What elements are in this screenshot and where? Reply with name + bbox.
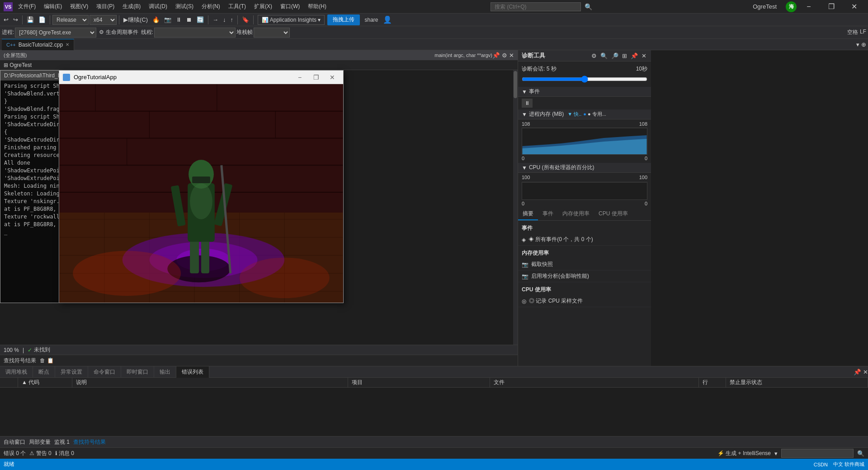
app-insights-button[interactable]: 📊 Application Insights ▾ bbox=[258, 15, 325, 25]
bottom-tab-immediate[interactable]: 即时窗口 bbox=[121, 366, 154, 378]
process-dropdown[interactable]: [27680] OgreTest.exe bbox=[15, 28, 96, 38]
ogre-close[interactable]: ✕ bbox=[325, 72, 340, 82]
bookmark-button[interactable]: 🔖 bbox=[240, 15, 251, 25]
menu-project[interactable]: 项目(P) bbox=[93, 2, 118, 11]
bottom-tab-output[interactable]: 输出 bbox=[154, 366, 176, 378]
step-out-button[interactable]: ↑ bbox=[229, 15, 236, 25]
search-filter-icon[interactable]: 🔍 bbox=[857, 450, 864, 457]
diag-zoom-button[interactable]: 🔍 bbox=[599, 52, 609, 60]
close-all-button[interactable]: ⊕ bbox=[861, 41, 866, 48]
diag-session-slider[interactable] bbox=[522, 76, 647, 83]
events-content: ⏸ bbox=[518, 97, 651, 109]
step-over-button[interactable]: → bbox=[211, 15, 220, 25]
pin-button[interactable]: 📌 bbox=[492, 52, 500, 59]
ogre-restore[interactable]: ❐ bbox=[309, 72, 323, 82]
search-clear-button[interactable]: 🗑 bbox=[40, 357, 45, 364]
menu-window[interactable]: 窗口(W) bbox=[277, 2, 303, 11]
search-filter-input[interactable] bbox=[781, 449, 854, 458]
menu-test[interactable]: 测试(S) bbox=[172, 2, 197, 11]
diag-zoom-out-button[interactable]: 🔎 bbox=[610, 52, 619, 60]
menu-build[interactable]: 生成(B) bbox=[119, 2, 144, 11]
step-button[interactable]: ⏸ bbox=[174, 15, 184, 25]
menu-view[interactable]: 视图(V) bbox=[66, 2, 92, 11]
redo-button[interactable]: ↪ bbox=[11, 15, 20, 25]
menu-extensions[interactable]: 扩展(X) bbox=[250, 2, 276, 11]
diagnostics-tabs: 摘要 事件 内存使用率 CPU 使用率 bbox=[518, 208, 651, 221]
thread-dropdown[interactable] bbox=[154, 28, 236, 38]
bottom-tab-breakpoints[interactable]: 断点 bbox=[33, 366, 55, 378]
menu-analyze[interactable]: 分析(N) bbox=[198, 2, 224, 11]
diag-tab-cpu[interactable]: CPU 使用率 bbox=[594, 208, 632, 220]
upload-button[interactable]: 拖拽上传 bbox=[327, 14, 360, 25]
stop-button[interactable]: ⏹ bbox=[184, 15, 194, 25]
heap-item[interactable]: 📷 启用堆分析(会影响性能) bbox=[518, 271, 651, 282]
platform-dropdown[interactable]: x64 bbox=[90, 15, 117, 25]
ogre-canvas[interactable] bbox=[59, 84, 343, 303]
account-icon[interactable]: 👤 bbox=[383, 15, 392, 24]
search-copy-button[interactable]: 📋 bbox=[47, 357, 54, 364]
lf-label: LF bbox=[860, 28, 866, 36]
editor-body[interactable]: 211 212 213 214 215 216 217 ⊟218 { 219 2… bbox=[0, 70, 518, 345]
continue-button[interactable]: ▶ 继续(C) bbox=[122, 15, 150, 25]
ogre-minimize[interactable]: − bbox=[292, 72, 307, 82]
close-editor-button[interactable]: ✕ bbox=[509, 52, 514, 59]
memory-fast-label: ▼ 快.. bbox=[567, 111, 581, 118]
lifecycle-button[interactable]: ⚙ 生命周期事件 bbox=[97, 28, 140, 38]
all-events-item[interactable]: ◈ ◈ 所有事件(0 个，共 0 个) bbox=[518, 234, 651, 246]
find-results-btn[interactable]: 查找符号结果 bbox=[73, 438, 106, 446]
share-button[interactable]: share bbox=[361, 14, 382, 25]
config-dropdown[interactable]: Release bbox=[52, 15, 89, 25]
title-search-input[interactable] bbox=[491, 2, 581, 11]
snapshot-button[interactable]: 📷 bbox=[162, 15, 173, 25]
diag-tab-memory[interactable]: 内存使用率 bbox=[558, 208, 594, 220]
editor-scrollbar[interactable] bbox=[513, 70, 518, 345]
minimize-button[interactable]: − bbox=[798, 0, 819, 14]
new-file-button[interactable]: 📄 bbox=[37, 15, 47, 25]
tab-basic-tutorial[interactable]: C++ BasicTutorial2.cpp ✕ bbox=[2, 39, 74, 50]
auto-window-btn[interactable]: 自动窗口 bbox=[4, 438, 25, 446]
bottom-panel-pin[interactable]: 📌 bbox=[854, 369, 861, 375]
toolbar-debug: 进程: [27680] OgreTest.exe ⚙ 生命周期事件 线程: 堆栈… bbox=[0, 26, 868, 39]
locals-btn[interactable]: 局部变量 bbox=[29, 438, 51, 446]
bottom-tab-errors[interactable]: 错误列表 bbox=[176, 366, 209, 378]
cpu-record-item[interactable]: ◎ ◎ 记录 CPU 采样文件 bbox=[518, 295, 651, 307]
project-name: ⊞ OgreTest bbox=[4, 62, 32, 68]
stack-frame-dropdown[interactable] bbox=[254, 28, 290, 38]
diag-tab-summary[interactable]: 摘要 bbox=[518, 208, 538, 220]
status-bar-right: CSDN 中文 软件商城 bbox=[814, 461, 864, 468]
step-into-button[interactable]: ↓ bbox=[221, 15, 228, 25]
user-avatar[interactable]: 海 bbox=[786, 1, 797, 12]
undo-button[interactable]: ↩ bbox=[2, 15, 10, 25]
events-section-header[interactable]: ▼ 事件 bbox=[518, 87, 651, 97]
menu-file[interactable]: 文件(F) bbox=[14, 2, 39, 11]
bottom-tab-callstack[interactable]: 调用堆栈 bbox=[0, 366, 33, 378]
diag-pin-button[interactable]: 📌 bbox=[630, 52, 639, 60]
tab-close-button[interactable]: ✕ bbox=[66, 42, 69, 47]
scrollbar-thumb[interactable] bbox=[514, 71, 517, 98]
bottom-panel-close[interactable]: ✕ bbox=[863, 369, 868, 375]
restore-button[interactable]: ❐ bbox=[821, 0, 842, 14]
close-button[interactable]: ✕ bbox=[844, 0, 864, 14]
restart-button[interactable]: 🔄 bbox=[195, 15, 206, 25]
cpu-section-header[interactable]: ▼ CPU (所有处理器的百分比) bbox=[518, 163, 651, 173]
diag-fit-button[interactable]: ⊞ bbox=[621, 52, 628, 60]
menu-help[interactable]: 帮助(H) bbox=[304, 2, 330, 11]
diag-close-button[interactable]: ✕ bbox=[641, 52, 647, 60]
bottom-tab-exceptions[interactable]: 异常设置 bbox=[55, 366, 88, 378]
snapshot-item[interactable]: 📷 截取快照 bbox=[518, 259, 651, 271]
diag-tab-events[interactable]: 事件 bbox=[538, 208, 558, 220]
tab-list-button[interactable]: ▾ bbox=[856, 41, 859, 48]
filter-dropdown[interactable]: ▾ bbox=[774, 450, 778, 457]
diag-settings-button[interactable]: ⚙ bbox=[590, 52, 598, 60]
menu-edit[interactable]: 编辑(E) bbox=[40, 2, 66, 11]
cpu-chart-svg bbox=[522, 182, 647, 200]
settings-button[interactable]: ⚙ bbox=[502, 52, 507, 59]
hot-reload-button[interactable]: 🔥 bbox=[151, 15, 161, 25]
memory-section-header[interactable]: ▼ 进程内存 (MB) ▼ 快.. ● ● 专用... bbox=[518, 109, 651, 119]
watch1-btn[interactable]: 监视 1 bbox=[54, 438, 70, 446]
bottom-tab-command[interactable]: 命令窗口 bbox=[88, 366, 121, 378]
events-arrow-icon: ▼ bbox=[522, 89, 527, 95]
menu-debug[interactable]: 调试(D) bbox=[145, 2, 171, 11]
save-button[interactable]: 💾 bbox=[25, 15, 36, 25]
menu-tools[interactable]: 工具(T) bbox=[225, 2, 250, 11]
